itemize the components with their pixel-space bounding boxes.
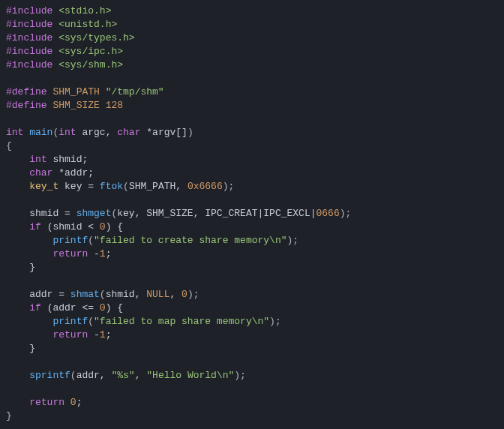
code-token: 1	[100, 329, 106, 340]
code-token: }	[6, 262, 35, 273]
code-line: #include <sys/types.h>	[6, 32, 135, 44]
code-token: (	[100, 289, 106, 300]
code-token	[6, 316, 52, 327]
code-token	[6, 302, 29, 314]
code-line: addr = shmat(shmid, NULL, 0);	[6, 289, 200, 300]
code-token: NULL	[146, 289, 170, 300]
code-token: #include	[6, 32, 58, 44]
code-token: 0	[182, 289, 188, 300]
code-token: -	[88, 329, 100, 340]
code-token: #include	[6, 19, 58, 30]
code-token: <sys/shm.h>	[58, 59, 123, 70]
code-token	[6, 154, 29, 165]
code-token: );	[287, 235, 299, 246]
code-block: #include <stdio.h> #include <unistd.h> #…	[0, 0, 504, 428]
code-token: shmid =	[6, 208, 76, 219]
code-token: main	[29, 127, 52, 138]
code-token: 0666	[316, 208, 340, 219]
code-token: SHM_PATH	[52, 86, 105, 98]
code-line: key_t key = ftok(SHM_PATH, 0x6666);	[6, 181, 234, 192]
code-token: #include	[6, 46, 58, 57]
code-token: "%s"	[111, 370, 134, 381]
code-token: printf	[52, 235, 88, 246]
code-line: printf("failed to create share memory\n"…	[6, 235, 298, 246]
code-token: return	[52, 248, 88, 260]
code-token: key_t	[29, 181, 58, 192]
code-line: #include <sys/shm.h>	[6, 59, 123, 70]
code-token	[6, 370, 29, 381]
code-line: if (addr <= 0) {	[6, 302, 123, 314]
code-token: );	[269, 316, 281, 327]
code-token: sprintf	[29, 370, 70, 381]
code-token: ,	[135, 370, 147, 381]
code-token: <unistd.h>	[58, 19, 117, 30]
code-token: #define	[6, 86, 52, 98]
code-token: int	[29, 154, 46, 165]
code-token: shmget	[76, 208, 112, 219]
code-token: return	[29, 397, 64, 408]
code-line: return -1;	[6, 248, 111, 260]
code-token: 0x6666	[188, 181, 223, 192]
code-line: if (shmid < 0) {	[6, 221, 123, 232]
code-token: }	[6, 410, 12, 422]
code-token: key, SHM_SIZE, IPC_CREAT|IPC_EXCL|	[117, 208, 316, 219]
code-token: <sys/ipc.h>	[58, 46, 123, 57]
code-token	[6, 248, 52, 260]
code-token: );	[234, 370, 246, 381]
code-token: #include	[6, 5, 58, 16]
code-token: ;	[106, 248, 112, 260]
code-line: #include <unistd.h>	[6, 19, 117, 30]
code-token: return	[52, 329, 88, 340]
code-token: char	[117, 127, 140, 138]
code-token: shmid,	[106, 289, 147, 300]
code-line: #define SHM_SIZE 128	[6, 100, 123, 111]
code-token: (addr <=	[41, 302, 100, 314]
code-token: SHM_SIZE	[52, 100, 105, 111]
code-token: 1	[100, 248, 106, 260]
code-token: );	[340, 208, 352, 219]
code-token: *argv[]	[140, 127, 187, 138]
code-token: ) {	[106, 302, 123, 314]
code-token: #define	[6, 100, 52, 111]
code-token: "failed to create share memory\n"	[94, 235, 286, 246]
code-token: ,	[170, 289, 182, 300]
code-token: ;	[106, 329, 112, 340]
code-token: ) {	[106, 221, 123, 232]
code-line: printf("failed to map share memory\n");	[6, 316, 281, 327]
code-token: *addr;	[52, 167, 94, 178]
code-token: SHM_PATH,	[129, 181, 188, 192]
code-token: shmid;	[47, 154, 88, 165]
code-line: }	[6, 343, 35, 354]
code-token: 0	[70, 397, 76, 408]
code-line: }	[6, 410, 12, 422]
code-token: 128	[106, 100, 123, 111]
code-token: "failed to map share memory\n"	[94, 316, 269, 327]
code-token: "/tmp/shm"	[106, 86, 164, 98]
code-token: argc,	[76, 127, 118, 138]
code-token	[6, 221, 29, 232]
code-token: printf	[52, 316, 88, 327]
code-line: return 0;	[6, 397, 82, 408]
code-line: char *addr;	[6, 167, 94, 178]
code-token: -	[88, 248, 100, 260]
code-token	[6, 181, 29, 192]
code-token: "Hello World\n"	[146, 370, 234, 381]
code-token	[6, 397, 29, 408]
code-token	[6, 329, 52, 340]
code-token: addr =	[6, 289, 70, 300]
code-line: shmid = shmget(key, SHM_SIZE, IPC_CREAT|…	[6, 208, 351, 219]
code-line: {	[6, 140, 12, 152]
code-token: int	[58, 127, 76, 138]
code-token: key =	[58, 181, 100, 192]
code-token: (	[88, 316, 94, 327]
code-token	[6, 235, 52, 246]
code-token: {	[6, 140, 12, 152]
code-token: <stdio.h>	[58, 5, 111, 16]
code-token: (	[88, 235, 94, 246]
code-line: int main(int argc, char *argv[])	[6, 127, 194, 138]
code-line: }	[6, 262, 35, 273]
code-token: );	[223, 181, 235, 192]
code-token: shmat	[70, 289, 100, 300]
code-token: <sys/types.h>	[58, 32, 134, 44]
code-token: 0	[100, 302, 106, 314]
